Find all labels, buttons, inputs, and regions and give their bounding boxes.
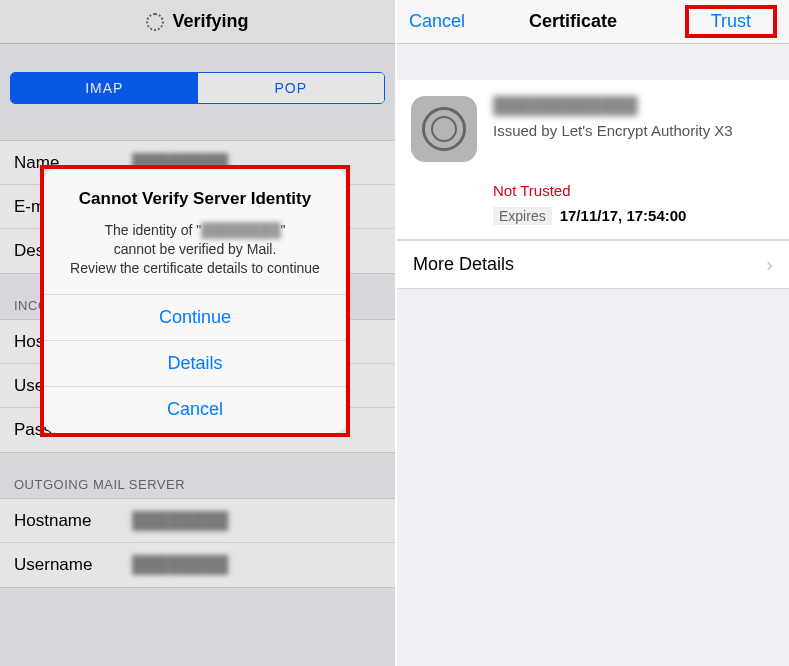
expires-row: Expires 17/11/17, 17:54:00 [493,207,775,225]
chevron-right-icon: › [766,253,773,276]
alert-highlight-box: Cannot Verify Server Identity The identi… [40,165,350,437]
alert-details-button[interactable]: Details [44,341,346,387]
alert-line2: cannot be verified by Mail. [114,241,277,257]
alert-body: Cannot Verify Server Identity The identi… [44,169,346,294]
alert-line1c: " [281,222,286,238]
alert-message: The identity of "████████" cannot be ver… [58,221,332,278]
nav-bar: Cancel Certificate Trust [397,0,789,44]
expires-label: Expires [493,207,552,225]
issued-by-value: Let's Encrypt Authority X3 [561,122,732,139]
alert-continue-button[interactable]: Continue [44,295,346,341]
not-trusted-label: Not Trusted [493,182,775,199]
certificate-row: ████████████ Issued by Let's Encrypt Aut… [397,80,789,178]
certificate-info: ████████████ Issued by Let's Encrypt Aut… [493,96,775,139]
expires-value: 17/11/17, 17:54:00 [560,207,687,224]
certificate-issuer: Issued by Let's Encrypt Authority X3 [493,122,775,139]
more-details-label: More Details [413,254,514,275]
alert-dialog: Cannot Verify Server Identity The identi… [44,169,346,433]
alert-buttons: Continue Details Cancel [44,294,346,433]
issued-by-prefix: Issued by [493,122,561,139]
nav-trust-button[interactable]: Trust [685,5,777,38]
alert-line3: Review the certificate details to contin… [70,260,320,276]
left-pane: Verifying IMAP POP Name ████████ E-mail … [0,0,395,666]
nav-cancel-button[interactable]: Cancel [409,11,489,32]
certificate-name: ████████████ [493,96,775,116]
gear-icon [411,96,477,162]
nav-right-wrap: Trust [657,5,777,38]
certificate-status: Not Trusted Expires 17/11/17, 17:54:00 [397,178,789,239]
alert-server-name: ████████ [201,221,280,240]
certificate-section: ████████████ Issued by Let's Encrypt Aut… [397,80,789,240]
right-pane: Cancel Certificate Trust ████████████ Is… [395,0,789,666]
nav-title: Certificate [529,11,617,32]
alert-title: Cannot Verify Server Identity [58,189,332,209]
more-details-row[interactable]: More Details › [397,240,789,289]
alert-cancel-button[interactable]: Cancel [44,387,346,433]
alert-line1a: The identity of " [104,222,201,238]
